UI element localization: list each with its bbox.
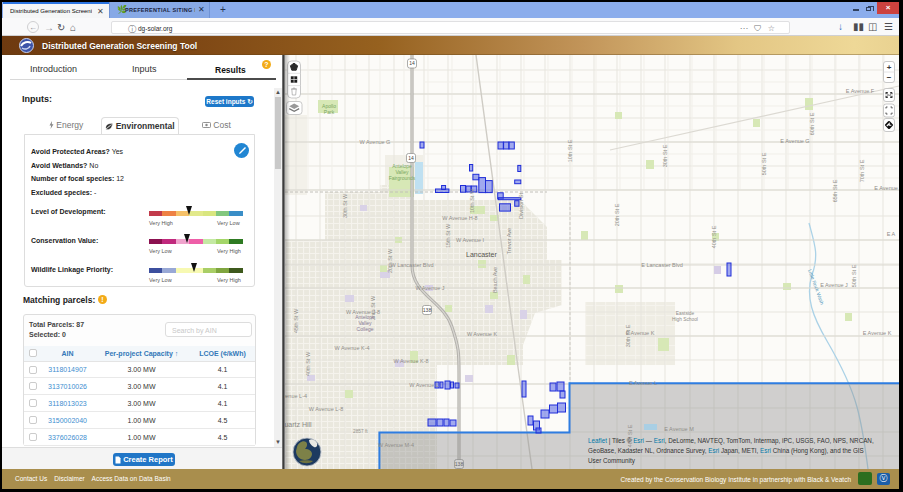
svg-text:W Avenue G: W Avenue G	[360, 139, 391, 145]
svg-text:Beach Ave: Beach Ave	[492, 267, 498, 293]
svg-text:W Avenue H-8: W Avenue H-8	[442, 215, 477, 221]
svg-text:W Avenue K-4: W Avenue K-4	[334, 345, 369, 351]
svg-text:Eastside: Eastside	[676, 311, 695, 316]
svg-text:14: 14	[408, 155, 414, 161]
svg-text:E Avenue J: E Avenue J	[820, 282, 848, 288]
svg-text:14: 14	[409, 60, 415, 66]
svg-text:E A: E A	[887, 231, 896, 237]
svg-text:30th St E: 30th St E	[662, 144, 668, 167]
svg-text:2857 ft: 2857 ft	[353, 429, 368, 434]
svg-text:E Avenue K: E Avenue K	[863, 330, 892, 336]
svg-text:W Avenue I: W Avenue I	[456, 237, 484, 243]
svg-text:W Lancaster Blvd: W Lancaster Blvd	[390, 262, 433, 268]
svg-text:20th St E: 20th St E	[614, 203, 620, 226]
svg-text:Fairgrounds: Fairgrounds	[389, 175, 416, 181]
svg-text:60th St E: 60th St E	[809, 112, 815, 135]
svg-text:E Avenue G: E Avenue G	[780, 138, 809, 144]
svg-text:30th St W: 30th St W	[342, 193, 348, 218]
svg-text:45th St W: 45th St W	[293, 308, 299, 333]
svg-text:W Avenue L-8: W Avenue L-8	[309, 406, 343, 412]
svg-text:Division St: Division St	[518, 193, 524, 219]
svg-text:50th St E: 50th St E	[851, 264, 857, 287]
svg-text:W Avenue J: W Avenue J	[415, 285, 444, 291]
svg-text:E Lancaster Blvd: E Lancaster Blvd	[641, 262, 683, 268]
svg-text:Leaflet | Tiles © Esri — Esri,: Leaflet | Tiles © Esri — Esri, DeLorme, …	[588, 437, 874, 445]
svg-text:Park: Park	[324, 109, 335, 115]
svg-text:E Avenue M: E Avenue M	[664, 426, 694, 432]
svg-text:30th St E: 30th St E	[625, 324, 631, 347]
svg-text:E Avenue G: E Avenue G	[874, 185, 899, 191]
svg-text:50th St E: 50th St E	[761, 152, 767, 175]
svg-text:W Avenue L: W Avenue L	[409, 382, 439, 388]
svg-text:138: 138	[423, 307, 432, 313]
svg-text:W Avenue K-8: W Avenue K-8	[393, 358, 428, 364]
svg-text:40th St W: 40th St W	[305, 351, 311, 376]
svg-text:10th St W: 10th St W	[469, 188, 475, 213]
svg-text:−: −	[887, 73, 892, 82]
svg-text:Trevor Ave: Trevor Ave	[506, 228, 512, 254]
svg-text:E Avenue F: E Avenue F	[846, 88, 875, 94]
svg-text:Lancaster: Lancaster	[466, 251, 497, 258]
svg-text:E Avenue L: E Avenue L	[629, 380, 657, 386]
svg-text:15th St W: 15th St W	[445, 223, 451, 248]
svg-text:+: +	[887, 63, 892, 72]
svg-text:W Avenue K: W Avenue K	[467, 331, 497, 337]
svg-text:W Avenue M-4: W Avenue M-4	[378, 442, 414, 448]
svg-text:70th St E: 70th St E	[859, 159, 865, 182]
svg-text:High School: High School	[672, 317, 698, 322]
svg-text:10th St E: 10th St E	[567, 139, 573, 162]
svg-text:College: College	[357, 326, 374, 332]
svg-text:20th St W: 20th St W	[387, 248, 393, 273]
svg-text:GeoBase, Kadaster NL, Ordnance: GeoBase, Kadaster NL, Ordnance Survey, E…	[588, 447, 864, 455]
svg-text:40th St E: 40th St E	[711, 225, 717, 248]
svg-text:65th St E: 65th St E	[832, 179, 838, 202]
svg-text:User Community: User Community	[588, 457, 636, 465]
